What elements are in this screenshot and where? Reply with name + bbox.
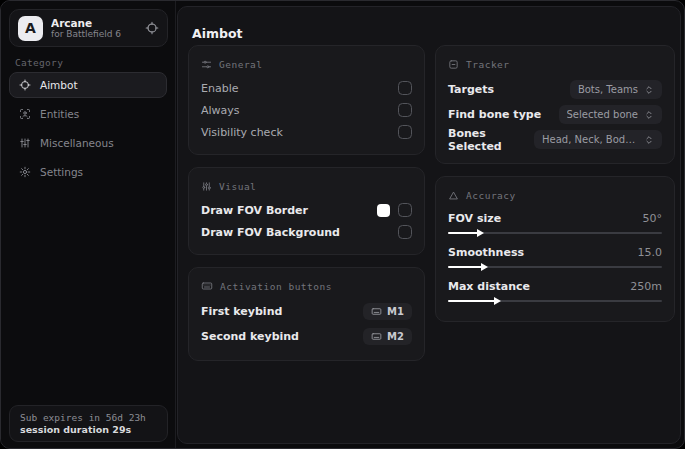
crosshair-icon [19,79,31,91]
setting-label: Visibility check [201,126,283,139]
app-name: Arcane [51,17,137,29]
setting-row-always: Always [201,99,412,121]
slider-value: 15.0 [638,246,663,259]
dropdown-value: Selected bone [567,109,638,120]
tracker-card-title: Tracker [466,59,510,70]
accuracy-card: Accuracy FOV size 50° [435,176,675,322]
setting-row-second-keybind: Second keybind M2 [201,324,412,349]
slider-value: 50° [643,212,663,225]
sub-expiry-text: Sub expires in 56d 23h [20,412,157,423]
slider-thumb[interactable] [494,297,501,305]
visual-card-title: Visual [219,181,256,192]
focus-frame-icon [448,59,459,70]
setting-row-bones-selected: Bones Selected Head, Neck, Body, Pe.. [448,127,662,152]
keyboard-icon [371,306,382,317]
fov-border-color-swatch[interactable] [377,204,390,217]
general-card-title: General [219,59,263,70]
right-column: Tracker Targets Bots, Teams Find bone [435,45,675,322]
left-column: General Enable Always Visibility check [188,45,425,361]
general-card: General Enable Always Visibility check [188,45,425,155]
setting-row-find-bone-type: Find bone type Selected bone [448,102,662,127]
slider-label: Max distance [448,280,530,293]
setting-label: Draw FOV Background [201,226,340,239]
accuracy-card-title: Accuracy [466,190,516,201]
sidebar-item-label: Entities [40,108,79,120]
setting-label: Bones Selected [448,127,534,153]
session-duration-text: session duration 29s [20,424,157,435]
accuracy-card-header: Accuracy [448,186,662,204]
setting-label: Targets [448,83,494,96]
app-logo: A [18,16,43,41]
slider-thumb[interactable] [481,263,488,271]
sidebar-item-miscellaneous[interactable]: Miscellaneous [9,130,167,156]
keybind-value: M1 [387,306,404,317]
dropdown-value: Bots, Teams [578,84,638,95]
setting-row-first-keybind: First keybind M1 [201,299,412,324]
slider-label: FOV size [448,212,501,225]
general-card-header: General [201,55,412,73]
bones-selected-dropdown[interactable]: Head, Neck, Body, Pe.. [534,130,662,149]
setting-label: Second keybind [201,330,299,343]
setting-row-draw-fov-background: Draw FOV Background [201,221,412,243]
visual-card: Visual Draw FOV Border Draw FOV Backgrou… [188,167,425,255]
main-panel: Aimbot General Enable Always [177,6,681,444]
smoothness-group: Smoothness 15.0 [448,242,662,272]
find-bone-type-dropdown[interactable]: Selected bone [559,105,662,124]
person-scan-icon [19,108,31,120]
keybind-value: M2 [387,331,404,342]
sliders-horizontal-icon [201,59,212,70]
gear-icon [19,166,31,178]
sidebar-item-settings[interactable]: Settings [9,159,167,185]
category-label: Category [15,57,63,68]
activation-card-title: Activation buttons [220,281,332,292]
setting-label: Always [201,104,240,117]
setting-row-draw-fov-border: Draw FOV Border [201,199,412,221]
chevrons-up-down-icon [644,110,654,120]
setting-row-targets: Targets Bots, Teams [448,77,662,102]
visual-card-header: Visual [201,177,412,195]
setting-label: Enable [201,82,238,95]
sidebar-item-label: Settings [40,166,83,178]
slider-value: 250m [630,280,662,293]
keyboard-icon [201,280,213,292]
page-title: Aimbot [192,26,243,41]
crosshair-icon[interactable] [145,21,159,35]
sidebar-nav: Aimbot Entities Miscellaneous [9,72,167,185]
enable-checkbox[interactable] [398,81,412,95]
visibility-check-checkbox[interactable] [398,125,412,139]
adjustments-icon [201,181,212,192]
activation-card-header: Activation buttons [201,277,412,295]
tracker-card-header: Tracker [448,55,662,73]
draw-fov-border-checkbox[interactable] [398,203,412,217]
activation-buttons-card: Activation buttons First keybind M1 S [188,267,425,361]
keyboard-icon [371,331,382,342]
setting-label: Find bone type [448,108,541,121]
max-distance-group: Max distance 250m [448,276,662,306]
dropdown-value: Head, Neck, Body, Pe.. [542,134,638,145]
fov-size-slider[interactable] [448,228,662,238]
sidebar-item-label: Aimbot [40,79,78,91]
smoothness-slider[interactable] [448,262,662,272]
targets-dropdown[interactable]: Bots, Teams [570,80,662,99]
app-meta: Arcane for Battlefield 6 [51,17,137,39]
fov-size-group: FOV size 50° [448,208,662,238]
setting-row-visibility-check: Visibility check [201,121,412,143]
sliders-vertical-icon [19,137,31,149]
subscription-status-card: Sub expires in 56d 23h session duration … [9,405,168,442]
app-subtitle: for Battlefield 6 [51,29,137,39]
sidebar: A Arcane for Battlefield 6 Category Aimb… [1,1,176,448]
sidebar-item-aimbot[interactable]: Aimbot [9,72,167,98]
sidebar-item-entities[interactable]: Entities [9,101,167,127]
always-checkbox[interactable] [398,103,412,117]
setting-label: Draw FOV Border [201,204,308,217]
app-header-card: A Arcane for Battlefield 6 [9,9,168,47]
chevrons-up-down-icon [644,135,654,145]
first-keybind-button[interactable]: M1 [363,303,412,320]
max-distance-slider[interactable] [448,296,662,306]
app-window: A Arcane for Battlefield 6 Category Aimb… [0,0,685,449]
draw-fov-background-checkbox[interactable] [398,225,412,239]
triangle-icon [448,190,459,201]
slider-thumb[interactable] [477,229,484,237]
slider-label: Smoothness [448,246,524,259]
second-keybind-button[interactable]: M2 [363,328,412,345]
